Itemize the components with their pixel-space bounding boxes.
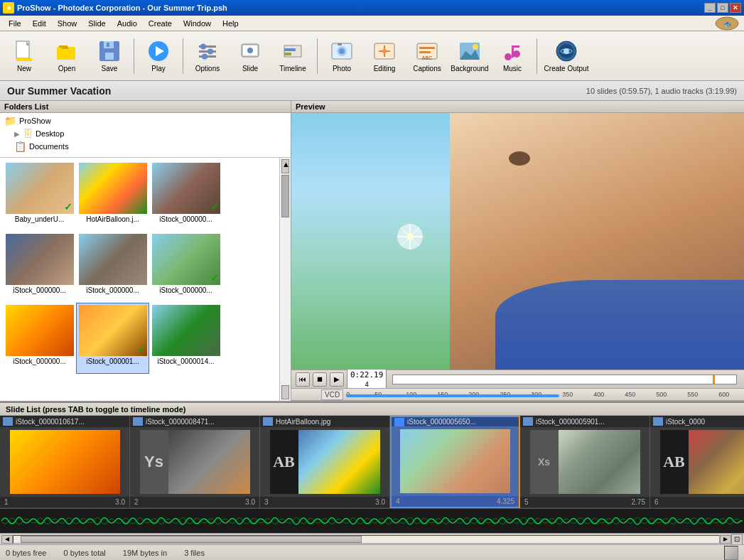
- file-thumb-3[interactable]: iStock_000000...: [3, 232, 76, 303]
- scroll-thumb[interactable]: [21, 536, 362, 543]
- timeline-button[interactable]: Timeline: [273, 36, 313, 77]
- folder-item-documents[interactable]: 📋 Documents: [3, 140, 288, 153]
- slide-num-4: 4: [396, 497, 400, 505]
- slide-thumb-baseball: [168, 430, 250, 494]
- app-icon: ★: [3, 2, 14, 14]
- scroll-down-arrow[interactable]: [281, 385, 289, 399]
- thumb-img-1: [79, 163, 147, 214]
- svg-rect-10: [107, 43, 109, 47]
- svg-rect-23: [284, 48, 296, 51]
- scroll-right-arrow[interactable]: ▶: [720, 535, 731, 544]
- menu-file[interactable]: File: [3, 18, 27, 29]
- files-scrollbar[interactable]: ▲: [279, 158, 291, 401]
- open-icon: [54, 39, 80, 63]
- play-transport-button[interactable]: ▶: [330, 372, 344, 387]
- scroll-left-arrow[interactable]: ◀: [1, 535, 13, 544]
- slide-thumb-balloon-3: [298, 430, 380, 494]
- scroll-track[interactable]: [13, 535, 720, 544]
- timeline-scrubber[interactable]: [392, 375, 737, 384]
- slide-button[interactable]: Slide: [230, 36, 270, 77]
- title-bar: ★ ProShow - Photodex Corporation - Our S…: [0, 0, 744, 16]
- files-grid: ✓ Baby_underU... HotAirBalloon.j... ✓ iS…: [0, 158, 291, 401]
- file-thumb-6[interactable]: iStock_000000...: [3, 303, 76, 374]
- menu-help[interactable]: Help: [217, 18, 244, 29]
- stop-button[interactable]: ⏹: [313, 372, 327, 387]
- slide-num-1: 1: [4, 498, 9, 506]
- preview-panel: Preview: [291, 101, 744, 401]
- file-thumb-4[interactable]: iStock_000000...: [76, 232, 149, 303]
- editing-button[interactable]: Editing: [365, 36, 404, 77]
- file-thumb-5[interactable]: ✓ iStock_000000...: [149, 232, 222, 303]
- thumb-label-0: Baby_underU...: [6, 215, 74, 223]
- play-label: Play: [151, 65, 165, 73]
- new-button[interactable]: New: [4, 36, 44, 77]
- scroll-thumb[interactable]: [281, 175, 289, 217]
- status-bar: 0 bytes free 0 bytes total 19M bytes in …: [0, 544, 744, 560]
- slide-filename-6: iStock_0000: [650, 416, 744, 427]
- folder-item-desktop[interactable]: ▶ 🗄 Desktop: [3, 127, 288, 140]
- slide-thumb-5-container: Xs: [530, 430, 640, 494]
- folder-item-proshow[interactable]: 📁 ProShow: [3, 114, 288, 127]
- svg-point-18: [202, 53, 207, 59]
- slide-item-4[interactable]: iStock_0000005650... 4 4.325: [390, 416, 520, 508]
- menu-create[interactable]: Create: [143, 18, 178, 29]
- rewind-button[interactable]: ⏮: [296, 372, 310, 387]
- ruler-400: 400: [593, 391, 604, 398]
- slide-item-6[interactable]: iStock_0000 AB 6 4.0: [650, 416, 744, 508]
- captions-label: Captions: [413, 65, 441, 73]
- slide-numbar-4: 4 4.325: [392, 496, 519, 507]
- file-thumb-0[interactable]: ✓ Baby_underU...: [3, 161, 76, 232]
- slide-strip[interactable]: iStock_0000010617... 1 3.0 iStock_000000…: [0, 416, 744, 508]
- check-icon-0: ✓: [64, 201, 72, 212]
- slide-numbar-5: 5 2.75: [520, 497, 649, 507]
- save-icon: [97, 39, 122, 63]
- preview-header: Preview: [291, 101, 744, 113]
- resize-grip-corner[interactable]: [724, 546, 738, 560]
- slide-dur-3: 3.0: [375, 498, 385, 506]
- thumb-label-2: iStock_000000...: [152, 215, 220, 223]
- slide-item-1[interactable]: iStock_0000010617... 1 3.0: [0, 416, 130, 508]
- check-icon-7: ✓: [137, 343, 146, 355]
- menu-show[interactable]: Show: [52, 18, 83, 29]
- scrubber-handle[interactable]: [713, 375, 715, 384]
- slide-item-2[interactable]: iStock_0000008471... Ys 2 3.0: [130, 416, 260, 508]
- photo-button[interactable]: Photo: [322, 36, 362, 77]
- menu-window[interactable]: Window: [178, 18, 217, 29]
- photo-icon: [329, 39, 355, 63]
- menu-audio[interactable]: Audio: [112, 18, 143, 29]
- music-icon: [500, 39, 525, 63]
- captions-button[interactable]: ABC Captions: [407, 36, 447, 77]
- slide-filename-1: iStock_0000010617...: [0, 416, 129, 427]
- menu-slide[interactable]: Slide: [82, 18, 111, 29]
- background-button[interactable]: Background: [450, 36, 490, 77]
- slide-numbar-3: 3 3.0: [260, 497, 389, 507]
- file-thumb-8[interactable]: iStock_0000014...: [149, 303, 222, 374]
- slide-item-5[interactable]: iStock_0000005901... Xs 5 2.75: [520, 416, 650, 508]
- music-button[interactable]: Music: [492, 36, 532, 77]
- open-button[interactable]: Open: [47, 36, 87, 77]
- slide-filename-text-2: iStock_0000008471...: [146, 418, 215, 426]
- maximize-button[interactable]: □: [717, 3, 728, 13]
- slide-dur-4: 4.325: [497, 497, 514, 505]
- file-thumb-7[interactable]: ✓ iStock_000001...: [76, 303, 149, 374]
- create-output-button[interactable]: Create Output: [541, 36, 591, 77]
- ruler-350: 350: [562, 391, 573, 398]
- file-thumb-1[interactable]: HotAirBalloon.j...: [76, 161, 149, 232]
- close-button[interactable]: ✕: [730, 3, 741, 13]
- play-button[interactable]: Play: [139, 36, 178, 77]
- menu-edit[interactable]: Edit: [27, 18, 52, 29]
- svg-rect-34: [419, 47, 435, 49]
- options-button[interactable]: Options: [188, 36, 227, 77]
- check-icon-2: ✓: [210, 201, 219, 212]
- svg-point-47: [564, 48, 569, 54]
- minimize-button[interactable]: _: [704, 3, 716, 13]
- window-controls: _ □ ✕: [704, 3, 741, 13]
- toolbar: New Open Save Play Options Slide: [0, 31, 744, 81]
- scroll-up-arrow[interactable]: ▲: [281, 159, 289, 173]
- status-total: 0 bytes total: [63, 549, 105, 557]
- save-button[interactable]: Save: [90, 36, 129, 77]
- svg-point-32: [382, 49, 387, 53]
- menu-bar: File Edit Show Slide Audio Create Window…: [0, 16, 744, 31]
- file-thumb-2[interactable]: ✓ iStock_000000...: [149, 161, 222, 232]
- slide-item-3[interactable]: HotAirBalloon.jpg AB 3 3.0: [260, 416, 390, 508]
